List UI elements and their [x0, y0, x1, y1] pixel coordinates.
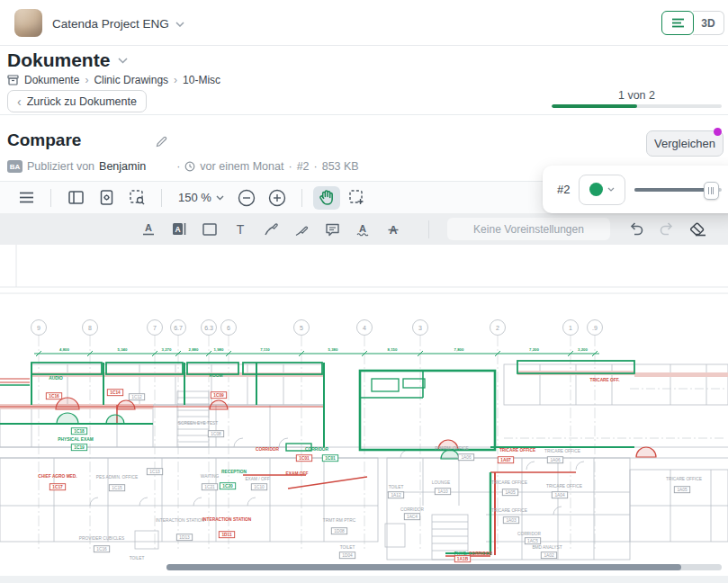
- text-icon: T: [234, 223, 247, 236]
- back-button[interactable]: ‹ Zurück zu Dokumente: [7, 90, 147, 112]
- chevron-down-icon: [216, 195, 224, 201]
- squiggly-underline-tool[interactable]: A: [349, 218, 376, 241]
- zoom-in-button[interactable]: [264, 186, 291, 210]
- room-label: 1C17: [52, 485, 63, 489]
- version-color-marker: [589, 183, 603, 196]
- version-color-dropdown[interactable]: [579, 175, 625, 205]
- pagination-label: 1 von 2: [552, 89, 722, 102]
- room-label: 1A07: [500, 458, 511, 462]
- undo-icon: [628, 222, 644, 236]
- slider-handle[interactable]: [704, 182, 719, 200]
- room-label: 1C16: [49, 394, 59, 399]
- slider-track-fill: [634, 188, 709, 192]
- breadcrumb-separator: ›: [174, 74, 177, 86]
- dimension-label: 4,800: [59, 347, 69, 352]
- threed-view-button[interactable]: 3D: [693, 11, 724, 35]
- freehand-highlight-tool[interactable]: [288, 218, 315, 241]
- room-label: 1C01: [325, 456, 336, 461]
- room-label: 1C08: [211, 432, 221, 436]
- scrollbar-thumb[interactable]: [166, 564, 681, 570]
- hand-icon: [318, 189, 335, 206]
- eraser-button[interactable]: [684, 218, 711, 241]
- grid-bubble-label: 9: [37, 325, 40, 331]
- comment-tool[interactable]: [319, 218, 346, 241]
- room-label: 1C21: [204, 485, 215, 489]
- breadcrumb-item[interactable]: 10-Misc: [183, 74, 220, 86]
- room-label: 1A12: [391, 493, 401, 498]
- room-label: 1A03: [506, 518, 517, 523]
- room-label: ROOM: [210, 373, 223, 378]
- chevron-down-icon: [118, 58, 128, 64]
- annotation-presets-select[interactable]: Keine Voreinstellungen: [447, 218, 610, 240]
- project-thumbnail[interactable]: [14, 9, 42, 37]
- hamburger-icon: [19, 192, 34, 203]
- grid-bubble-label: 3: [418, 325, 422, 331]
- zoom-level-select[interactable]: 150 %: [171, 191, 231, 204]
- page-title: Dokumente: [7, 49, 110, 71]
- room-label: 1C13: [149, 470, 160, 474]
- horizontal-scrollbar[interactable]: [166, 564, 722, 570]
- page-settings-button[interactable]: [93, 186, 120, 210]
- room-label: 1A1B: [457, 557, 469, 561]
- opacity-slider[interactable]: [634, 182, 722, 198]
- room-label: EXAM / OFF: [245, 477, 269, 481]
- room-label: 1C19: [74, 445, 85, 450]
- meta-separator: ·: [314, 160, 318, 173]
- zoom-out-button[interactable]: [233, 186, 260, 210]
- room-label: PES ADMIN. OFFICE: [96, 475, 138, 480]
- meta-separator: ·: [288, 160, 292, 173]
- panel-icon: [68, 191, 84, 204]
- strikeout-tool[interactable]: A: [380, 218, 407, 241]
- breadcrumb-item[interactable]: Clinic Drawings: [94, 74, 168, 86]
- undo-button[interactable]: [623, 218, 650, 241]
- room-label: TRICARE OFFICE: [546, 484, 582, 489]
- header-divider: [0, 45, 728, 46]
- room-label: INTERACTION STATION: [156, 518, 204, 523]
- room-label: 1C15: [112, 486, 122, 490]
- room-label: TRICARE OFFICE: [491, 508, 527, 513]
- redact-icon: A: [172, 222, 187, 236]
- redo-button[interactable]: [653, 218, 680, 241]
- room-label: PROVIDER CUBICLES: [79, 536, 124, 541]
- edit-title-button[interactable]: [155, 135, 168, 152]
- sidebar-panel-button[interactable]: [62, 186, 89, 210]
- breadcrumb-separator: ›: [85, 74, 88, 86]
- highlight-text-tool[interactable]: A: [135, 218, 162, 241]
- comment-icon: [325, 222, 340, 237]
- marquee-zoom-icon: [130, 190, 145, 205]
- pagination-progress: [552, 104, 722, 108]
- svg-text:T: T: [237, 223, 245, 236]
- room-label: 1AC5: [527, 539, 538, 543]
- drawing-canvas[interactable]: 4,8005,3403,2702,8801,9807,1105,3808,150…: [0, 245, 728, 576]
- text-tool[interactable]: T: [227, 218, 254, 241]
- breadcrumb: Dokumente › Clinic Drawings › 10-Misc: [7, 74, 220, 86]
- publisher-name[interactable]: Benjamin: [99, 160, 146, 173]
- back-button-label: Zurück zu Dokumente: [27, 95, 137, 108]
- room-label: EXAM OFF: [286, 471, 309, 476]
- menu-button[interactable]: [13, 186, 40, 210]
- notification-dot: [714, 128, 722, 136]
- list-view-button[interactable]: [661, 11, 694, 35]
- pan-tool-button[interactable]: [313, 186, 340, 210]
- view-mode-toggle: 3D: [661, 11, 724, 35]
- page-title-row[interactable]: Dokumente: [7, 49, 128, 71]
- dimension-label: 7,200: [529, 347, 539, 352]
- dimension-layer: 4,8005,3403,2702,8801,9807,1105,3808,150…: [34, 347, 599, 356]
- compare-button[interactable]: Vergleichen: [646, 130, 724, 157]
- archive-icon: [7, 75, 19, 85]
- room-label: TOILET: [340, 545, 355, 550]
- project-switcher[interactable]: Catenda Project ENG: [52, 17, 184, 31]
- redact-tool[interactable]: A: [166, 218, 193, 241]
- ink-tool[interactable]: [257, 218, 284, 241]
- rectangle-tool[interactable]: [196, 218, 223, 241]
- redo-icon: [659, 222, 675, 236]
- minus-circle-icon: [238, 189, 256, 207]
- marquee-zoom-button[interactable]: [123, 186, 150, 210]
- breadcrumb-item[interactable]: Dokumente: [24, 74, 79, 86]
- room-label: 1C10: [254, 485, 265, 489]
- grid-bubble-label: 6.3: [204, 325, 213, 331]
- dimension-label: 3,270: [162, 347, 172, 352]
- meta-separator: ·: [176, 160, 180, 173]
- room-label: INTERACTION STATION: [202, 517, 252, 522]
- marquee-select-button[interactable]: [344, 186, 371, 210]
